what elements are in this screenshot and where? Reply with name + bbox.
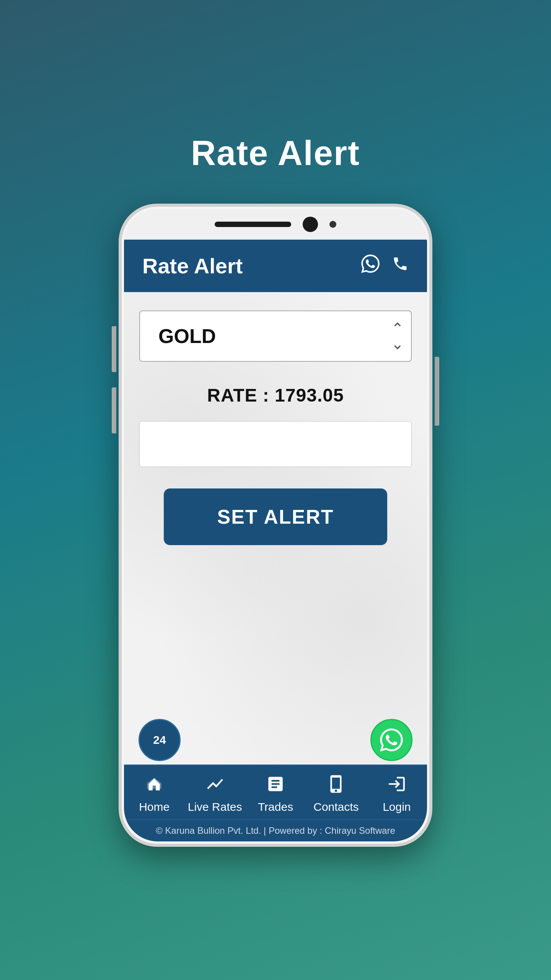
app-footer: © Karuna Bullion Pvt. Ltd. | Powered by … xyxy=(124,820,427,841)
side-button-left-bottom xyxy=(112,387,116,433)
nav-item-trades[interactable]: Trades xyxy=(245,765,306,820)
notch-bar xyxy=(215,222,291,227)
phone-wrapper: Rate Alert GOLD SILV xyxy=(119,204,432,847)
notch-area xyxy=(124,209,427,240)
nav-label-trades: Trades xyxy=(258,800,293,813)
side-button-right xyxy=(435,357,439,426)
contacts-icon xyxy=(326,774,346,797)
side-button-left-top xyxy=(112,326,116,372)
footer-text: © Karuna Bullion Pvt. Ltd. | Powered by … xyxy=(156,825,395,836)
nav-label-contacts: Contacts xyxy=(313,800,359,813)
whatsapp-icon[interactable] xyxy=(361,255,380,277)
app-header-title: Rate Alert xyxy=(142,253,243,278)
support-24-button[interactable]: 24 xyxy=(139,719,181,761)
nav-item-live-rates[interactable]: Live Rates xyxy=(184,765,245,820)
trades-icon xyxy=(266,774,285,797)
login-icon xyxy=(387,774,406,797)
page-title: Rate Alert xyxy=(191,134,360,173)
nav-label-live-rates: Live Rates xyxy=(188,800,242,813)
bottom-navigation: Home Live Rates Trades xyxy=(124,764,427,820)
home-icon xyxy=(145,774,164,797)
alert-value-input[interactable] xyxy=(139,421,412,467)
phone-screen: Rate Alert GOLD SILV xyxy=(124,209,427,841)
set-alert-button[interactable]: SET ALERT xyxy=(164,488,387,545)
notch-camera xyxy=(303,217,318,232)
app-header: Rate Alert xyxy=(124,240,427,292)
live-rates-icon xyxy=(205,774,225,797)
nav-item-contacts[interactable]: Contacts xyxy=(306,765,366,820)
commodity-dropdown-wrapper: GOLD SILVER PLATINUM ⌃ ⌄ xyxy=(139,310,412,362)
nav-item-login[interactable]: Login xyxy=(367,765,427,820)
app-content: GOLD SILVER PLATINUM ⌃ ⌄ RATE : 1793.05 … xyxy=(124,292,427,764)
whatsapp-float-button[interactable] xyxy=(370,719,412,761)
nav-label-login: Login xyxy=(383,800,411,813)
rate-display: RATE : 1793.05 xyxy=(207,385,344,406)
header-icons xyxy=(361,255,409,277)
support-24-label: 24 xyxy=(153,733,166,746)
nav-label-home: Home xyxy=(139,800,170,813)
phone-call-icon[interactable] xyxy=(392,255,409,276)
nav-item-home[interactable]: Home xyxy=(124,765,184,820)
notch-dot xyxy=(329,221,336,228)
commodity-dropdown[interactable]: GOLD SILVER PLATINUM xyxy=(139,310,412,362)
